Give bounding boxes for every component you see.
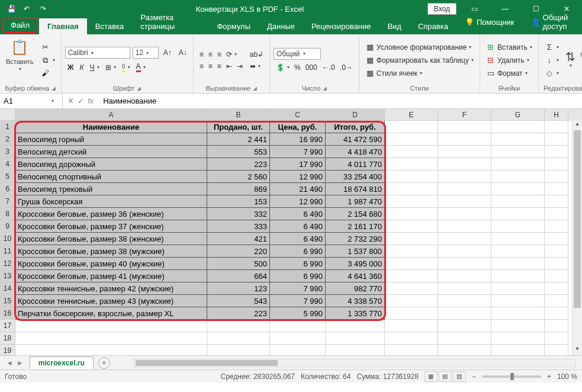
cell[interactable] [385,320,438,332]
cell[interactable]: Продано, шт. [207,121,270,133]
cell[interactable] [438,208,491,220]
cell[interactable]: Кроссовки беговые, размер 36 (женские) [15,208,207,220]
cell[interactable] [545,245,568,258]
cell[interactable] [545,332,568,345]
cell[interactable]: 223 [207,307,270,320]
cell[interactable] [438,345,491,355]
tab-share[interactable]: 👤Общий доступ [523,9,582,34]
cell[interactable] [545,183,568,195]
cell[interactable] [545,282,568,295]
sheet-nav-next[interactable]: ► [17,359,24,367]
cell[interactable]: 553 [207,146,270,158]
cell[interactable]: 664 [207,270,270,282]
cell[interactable] [491,195,545,208]
vertical-scrollbar[interactable]: ▲ ▼ [572,121,582,355]
cut-button[interactable]: ✂ [38,41,57,53]
cell[interactable]: 6 990 [270,270,326,282]
login-button[interactable]: Вход [427,3,456,15]
increase-indent-button[interactable]: ⇥ [234,61,245,72]
col-header-C[interactable]: C [270,109,326,121]
cell[interactable] [438,121,491,133]
paste-button[interactable]: 📋 Вставить ▾ [4,37,36,83]
cell[interactable]: 333 [207,220,270,233]
cell[interactable] [438,320,491,332]
fill-button[interactable]: ↓▾ [542,54,561,66]
cell-styles-button[interactable]: ▦Стили ячеек▾ [363,68,476,79]
cell[interactable]: Кроссовки теннисные, размер 43 (мужские) [15,295,207,307]
tab-home[interactable]: Главная [39,18,87,34]
cell[interactable]: Кроссовки беговые, размер 38 (мужские) [15,245,207,258]
cell[interactable]: 6 490 [270,208,326,220]
cell[interactable] [491,258,545,270]
cell[interactable] [326,345,385,355]
format-cells-button[interactable]: ▭Формат▾ [484,68,535,79]
tab-assistant[interactable]: 💡Помощник [456,9,523,34]
row-header[interactable]: 19 [0,345,15,355]
clear-button[interactable]: ◇▾ [542,68,561,79]
cell[interactable] [545,208,568,220]
cell[interactable] [545,270,568,282]
font-size-select[interactable]: 12▾ [133,47,159,59]
tab-insert[interactable]: Вставка [87,18,132,34]
cell[interactable] [385,133,438,146]
cell[interactable] [491,282,545,295]
cell[interactable]: Велосипед трековый [15,183,207,195]
cell[interactable] [491,171,545,183]
row-header[interactable]: 1 [0,121,15,133]
cell[interactable]: 6 990 [270,258,326,270]
font-color-button[interactable]: A▾ [134,61,148,73]
col-header-E[interactable]: E [385,109,438,121]
cell[interactable]: 4 338 570 [326,295,385,307]
copy-button[interactable]: ⧉▾ [38,54,57,66]
view-page-break-button[interactable]: ▧ [453,371,466,382]
zoom-in-button[interactable]: + [547,372,551,381]
row-header[interactable]: 5 [0,171,15,183]
cell[interactable]: 41 472 590 [326,133,385,146]
cell[interactable]: 6 490 [270,233,326,245]
cell[interactable]: 2 161 170 [326,220,385,233]
cell[interactable] [491,320,545,332]
cell[interactable]: Наименование [15,121,207,133]
cell[interactable] [545,121,568,133]
cell[interactable]: 7 990 [270,282,326,295]
fill-color-button[interactable]: ◊▾ [120,61,133,73]
cell[interactable] [385,295,438,307]
cell[interactable] [15,332,207,345]
cell[interactable] [438,295,491,307]
cell[interactable] [385,282,438,295]
cell[interactable] [385,171,438,183]
cell[interactable] [385,158,438,171]
row-header[interactable]: 3 [0,146,15,158]
cell[interactable]: 33 254 400 [326,171,385,183]
cell[interactable] [207,332,270,345]
cell[interactable]: Кроссовки беговые, размер 37 (женские) [15,220,207,233]
cell[interactable]: Велосипед детский [15,146,207,158]
col-header-G[interactable]: G [491,109,545,121]
cell[interactable] [545,133,568,146]
cell[interactable] [207,320,270,332]
cell[interactable]: Кроссовки беговые, размер 40 (мужские) [15,258,207,270]
cell[interactable] [438,233,491,245]
currency-button[interactable]: 💲▾ [274,62,292,73]
cell[interactable]: Кроссовки беговые, размер 38 (женские) [15,233,207,245]
zoom-level[interactable]: 100 % [557,372,577,381]
cell[interactable]: 1 537 800 [326,245,385,258]
name-box-input[interactable] [4,97,51,105]
cell[interactable] [15,345,207,355]
cell[interactable] [385,208,438,220]
cell[interactable] [545,233,568,245]
cell[interactable] [545,195,568,208]
cell[interactable]: 18 674 810 [326,183,385,195]
row-header[interactable]: 18 [0,332,15,345]
vscroll-thumb[interactable] [574,130,581,308]
cell[interactable]: Груша боксерская [15,195,207,208]
cell[interactable]: 223 [207,158,270,171]
bold-button[interactable]: Ж [65,61,76,73]
increase-decimal-button[interactable]: ←.0 [320,62,337,73]
col-header-A[interactable]: A [15,109,207,121]
cell[interactable] [491,245,545,258]
borders-button[interactable]: ⊞▾ [103,61,118,73]
align-left-button[interactable]: ≡ [197,61,206,72]
new-sheet-button[interactable]: + [98,357,110,369]
cell[interactable]: 6 490 [270,220,326,233]
